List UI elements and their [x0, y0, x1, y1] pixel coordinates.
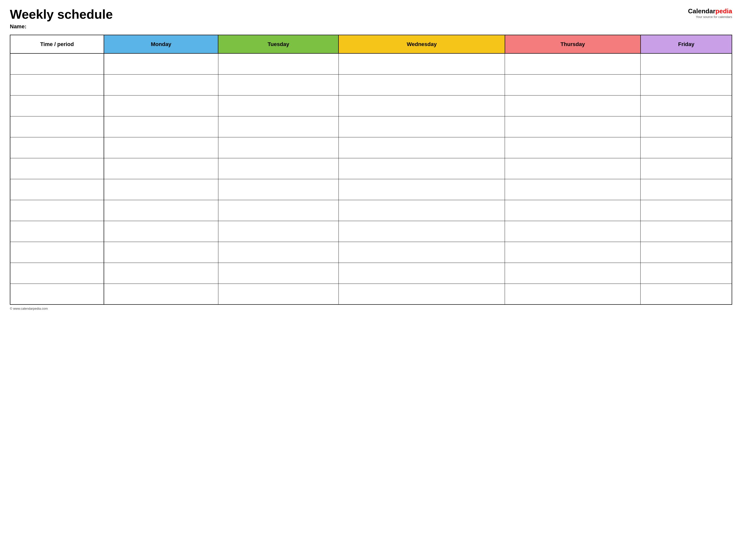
- schedule-cell[interactable]: [104, 53, 218, 74]
- schedule-cell[interactable]: [338, 158, 505, 179]
- schedule-cell[interactable]: [104, 242, 218, 263]
- schedule-cell[interactable]: [338, 284, 505, 304]
- table-row[interactable]: [10, 116, 732, 137]
- table-row[interactable]: [10, 200, 732, 221]
- schedule-cell[interactable]: [104, 95, 218, 116]
- schedule-cell[interactable]: [505, 116, 641, 137]
- schedule-cell[interactable]: [641, 263, 732, 284]
- schedule-cell[interactable]: [641, 200, 732, 221]
- schedule-cell[interactable]: [218, 179, 338, 200]
- name-label: Name:: [10, 23, 113, 30]
- page-title: Weekly schedule: [10, 7, 113, 21]
- schedule-cell[interactable]: [104, 116, 218, 137]
- weekly-schedule-table: Time / period Monday Tuesday Wednesday T…: [10, 35, 732, 305]
- table-row[interactable]: [10, 221, 732, 242]
- page-header: Weekly schedule Name: Calendarpedia Your…: [10, 7, 732, 30]
- schedule-cell[interactable]: [641, 158, 732, 179]
- table-row[interactable]: [10, 242, 732, 263]
- time-cell[interactable]: [10, 200, 104, 221]
- table-row[interactable]: [10, 263, 732, 284]
- schedule-cell[interactable]: [104, 263, 218, 284]
- schedule-cell[interactable]: [338, 263, 505, 284]
- schedule-cell[interactable]: [338, 200, 505, 221]
- schedule-cell[interactable]: [218, 53, 338, 74]
- schedule-cell[interactable]: [641, 53, 732, 74]
- table-row[interactable]: [10, 53, 732, 74]
- time-cell[interactable]: [10, 74, 104, 95]
- schedule-cell[interactable]: [505, 53, 641, 74]
- footer: © www.calendarpedia.com: [10, 307, 732, 311]
- table-header-row: Time / period Monday Tuesday Wednesday T…: [10, 35, 732, 53]
- schedule-cell[interactable]: [218, 74, 338, 95]
- time-cell[interactable]: [10, 263, 104, 284]
- table-row[interactable]: [10, 95, 732, 116]
- schedule-cell[interactable]: [641, 116, 732, 137]
- schedule-cell[interactable]: [218, 242, 338, 263]
- time-cell[interactable]: [10, 221, 104, 242]
- schedule-cell[interactable]: [641, 74, 732, 95]
- schedule-cell[interactable]: [218, 221, 338, 242]
- schedule-cell[interactable]: [338, 137, 505, 158]
- schedule-cell[interactable]: [641, 137, 732, 158]
- col-header-tuesday: Tuesday: [218, 35, 338, 53]
- col-header-wednesday: Wednesday: [338, 35, 505, 53]
- time-cell[interactable]: [10, 53, 104, 74]
- schedule-cell[interactable]: [505, 179, 641, 200]
- schedule-cell[interactable]: [338, 95, 505, 116]
- schedule-cell[interactable]: [505, 263, 641, 284]
- schedule-cell[interactable]: [641, 179, 732, 200]
- table-row[interactable]: [10, 158, 732, 179]
- time-cell[interactable]: [10, 284, 104, 304]
- time-cell[interactable]: [10, 116, 104, 137]
- schedule-cell[interactable]: [505, 200, 641, 221]
- time-cell[interactable]: [10, 179, 104, 200]
- schedule-cell[interactable]: [104, 158, 218, 179]
- schedule-cell[interactable]: [338, 221, 505, 242]
- schedule-cell[interactable]: [338, 53, 505, 74]
- schedule-cell[interactable]: [338, 116, 505, 137]
- schedule-cell[interactable]: [338, 179, 505, 200]
- col-header-monday: Monday: [104, 35, 218, 53]
- schedule-cell[interactable]: [505, 95, 641, 116]
- schedule-cell[interactable]: [104, 200, 218, 221]
- schedule-cell[interactable]: [505, 158, 641, 179]
- schedule-cell[interactable]: [218, 263, 338, 284]
- schedule-cell[interactable]: [505, 284, 641, 304]
- schedule-cell[interactable]: [338, 242, 505, 263]
- schedule-cell[interactable]: [641, 242, 732, 263]
- schedule-cell[interactable]: [218, 116, 338, 137]
- time-cell[interactable]: [10, 95, 104, 116]
- schedule-cell[interactable]: [338, 74, 505, 95]
- schedule-cell[interactable]: [218, 137, 338, 158]
- schedule-cell[interactable]: [104, 137, 218, 158]
- logo-pedia-part: pedia: [716, 7, 732, 15]
- schedule-cell[interactable]: [104, 221, 218, 242]
- logo-section: Calendarpedia Your source for calendars: [688, 7, 732, 19]
- schedule-cell[interactable]: [641, 95, 732, 116]
- schedule-cell[interactable]: [505, 242, 641, 263]
- col-header-time: Time / period: [10, 35, 104, 53]
- schedule-cell[interactable]: [218, 158, 338, 179]
- col-header-friday: Friday: [641, 35, 732, 53]
- table-row[interactable]: [10, 74, 732, 95]
- schedule-cell[interactable]: [218, 95, 338, 116]
- table-row[interactable]: [10, 137, 732, 158]
- time-cell[interactable]: [10, 158, 104, 179]
- schedule-cell[interactable]: [104, 74, 218, 95]
- schedule-body: [10, 53, 732, 304]
- time-cell[interactable]: [10, 137, 104, 158]
- schedule-cell[interactable]: [505, 221, 641, 242]
- schedule-cell[interactable]: [218, 200, 338, 221]
- schedule-cell[interactable]: [218, 284, 338, 304]
- table-row[interactable]: [10, 179, 732, 200]
- schedule-cell[interactable]: [104, 179, 218, 200]
- schedule-cell[interactable]: [104, 284, 218, 304]
- time-cell[interactable]: [10, 242, 104, 263]
- table-row[interactable]: [10, 284, 732, 304]
- copyright-text: © www.calendarpedia.com: [10, 307, 48, 311]
- schedule-cell[interactable]: [641, 284, 732, 304]
- schedule-cell[interactable]: [641, 221, 732, 242]
- schedule-cell[interactable]: [505, 137, 641, 158]
- logo-subtitle: Your source for calendars: [696, 15, 732, 19]
- schedule-cell[interactable]: [505, 74, 641, 95]
